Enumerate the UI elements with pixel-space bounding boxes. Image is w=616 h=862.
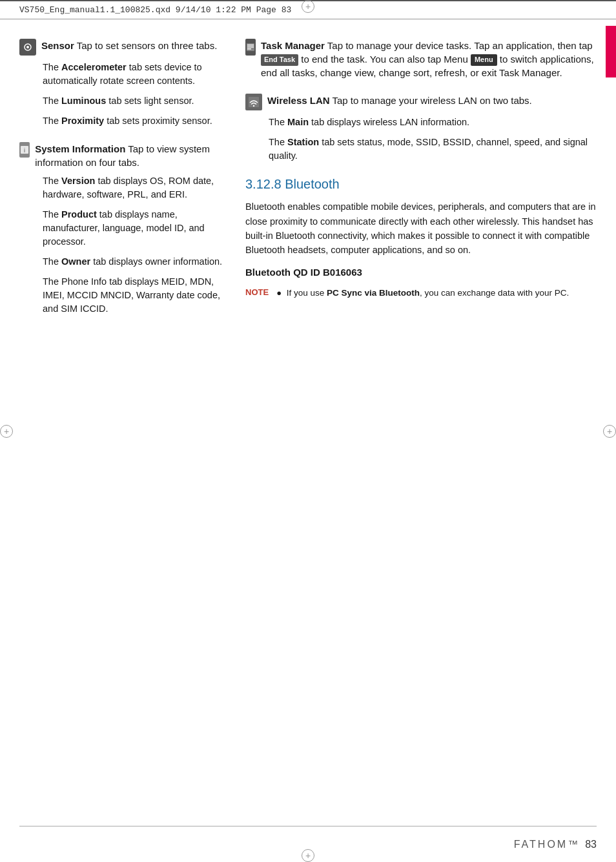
list-item: The Accelerometer tab sets device to aut… xyxy=(43,61,226,88)
note-block: NOTE ● If you use PC Sync via Bluetooth,… xyxy=(245,287,597,300)
list-item: The Owner tab displays owner information… xyxy=(43,255,226,269)
task-manager-section: Task Manager Tap to manage your device t… xyxy=(245,39,597,79)
sensor-icon xyxy=(19,39,36,56)
sensor-sub-items: The Accelerometer tab sets device to aut… xyxy=(19,61,226,128)
list-item: The Proximity tab sets proximity sensor. xyxy=(43,114,226,128)
page-number: 83 xyxy=(585,839,597,850)
task-manager-header: Task Manager Tap to manage your device t… xyxy=(245,39,597,79)
wireless-lan-section: Wireless LAN Tap to manage your wireless… xyxy=(245,94,597,163)
reg-mark-left xyxy=(0,425,13,438)
wireless-lan-header: Wireless LAN Tap to manage your wireless… xyxy=(245,94,597,110)
svg-rect-7 xyxy=(247,48,251,50)
end-task-btn-inline: End Task xyxy=(261,54,298,65)
header-text: VS750_Eng_manual1.1_100825.qxd 9/14/10 1… xyxy=(19,5,291,15)
svg-rect-6 xyxy=(247,46,254,48)
list-item: The Station tab sets status, mode, SSID,… xyxy=(269,136,597,163)
system-info-section: i System Information Tap to view system … xyxy=(19,142,226,316)
bluetooth-qd-id: Bluetooth QD ID B016063 xyxy=(245,267,597,278)
reg-mark-top xyxy=(302,0,314,13)
page-footer: FATHOM™ 83 xyxy=(514,839,597,850)
bluetooth-section: 3.12.8 Bluetooth Bluetooth enables compa… xyxy=(245,177,597,300)
svg-point-9 xyxy=(253,105,254,107)
list-item: The Phone Info tab displays MEID, MDN, I… xyxy=(43,275,226,316)
list-item: The Version tab displays OS, ROM date, h… xyxy=(43,174,226,201)
fathom-logo: FATHOM™ xyxy=(514,839,580,850)
note-label: NOTE xyxy=(245,287,269,300)
list-item: The Product tab displays name, manufactu… xyxy=(43,208,226,249)
system-info-sub-items: The Version tab displays OS, ROM date, h… xyxy=(19,174,226,316)
task-manager-title: Task Manager Tap to manage your device t… xyxy=(261,39,597,79)
menu-btn-inline: Menu xyxy=(471,54,497,65)
left-col: Sensor Tap to set sensors on three tabs.… xyxy=(19,39,239,330)
task-manager-icon xyxy=(245,39,256,56)
bottom-divider xyxy=(19,826,597,826)
sensor-section: Sensor Tap to set sensors on three tabs.… xyxy=(19,39,226,128)
bluetooth-heading: 3.12.8 Bluetooth xyxy=(245,177,597,192)
svg-text:i: i xyxy=(24,147,26,154)
system-info-icon: i xyxy=(19,142,30,158)
system-info-header: i System Information Tap to view system … xyxy=(19,142,226,169)
side-tab xyxy=(606,26,616,77)
wireless-lan-sub-items: The Main tab displays wireless LAN infor… xyxy=(245,116,597,163)
list-item: The Main tab displays wireless LAN infor… xyxy=(269,116,597,129)
reg-mark-bottom xyxy=(302,849,314,862)
svg-point-1 xyxy=(26,46,29,48)
content-area: Sensor Tap to set sensors on three tabs.… xyxy=(0,19,616,343)
svg-rect-5 xyxy=(247,45,254,46)
note-bullet: ● xyxy=(276,288,282,298)
reg-mark-right xyxy=(603,425,616,438)
sensor-header: Sensor Tap to set sensors on three tabs. xyxy=(19,39,226,56)
sensor-title: Sensor Tap to set sensors on three tabs. xyxy=(41,39,217,52)
list-item: The Luminous tab sets light sensor. xyxy=(43,94,226,108)
right-col: Task Manager Tap to manage your device t… xyxy=(239,39,597,330)
wireless-lan-icon xyxy=(245,94,262,110)
bluetooth-body: Bluetooth enables compatible mobile devi… xyxy=(245,200,597,258)
system-info-title: System Information Tap to view system in… xyxy=(35,142,226,169)
page-wrapper: VS750_Eng_manual1.1_100825.qxd 9/14/10 1… xyxy=(0,0,616,862)
note-content: ● If you use PC Sync via Bluetooth, you … xyxy=(276,287,569,300)
wireless-lan-title: Wireless LAN Tap to manage your wireless… xyxy=(267,94,532,107)
